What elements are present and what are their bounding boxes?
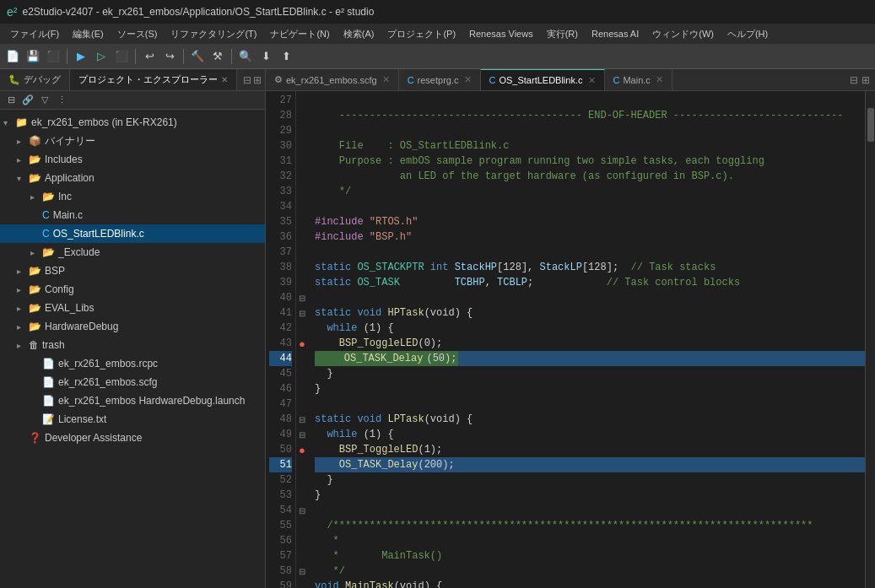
menu-run[interactable]: 実行(R) [540,24,585,44]
code-editor[interactable]: ----------------------------------------… [308,91,865,588]
fold-49[interactable]: ⊟ [296,427,308,442]
code-line-54 [315,503,865,518]
editor-tab-main[interactable]: C Main.c ✕ [605,69,672,90]
project-explorer-label: プロジェクト・エクスプローラー [78,73,218,86]
fold-53 [296,488,308,503]
menu-source[interactable]: ソース(S) [111,24,165,44]
tree-item-license[interactable]: 📝 License.txt [0,410,265,429]
scfg-tab-icon: ⚙ [274,74,283,85]
menu-project[interactable]: プロジェクト(P) [381,24,462,44]
toolbar-sep-1 [67,49,68,64]
code-line-33: */ [315,184,865,199]
menu-navigate[interactable]: ナビゲート(N) [263,24,336,44]
fold-42 [296,321,308,336]
left-toolbar: ⊟ 🔗 ▽ ⋮ [0,91,265,110]
fold-40[interactable]: ⊟ [296,290,308,305]
editor-tab-scfg[interactable]: ⚙ ek_rx261_embos.scfg ✕ [266,69,399,90]
tree-item-root[interactable]: ▾ 📁 ek_rx261_embos (in EK-RX261) [0,113,265,132]
tree-item-hardware-debug[interactable]: ▸ 📂 HardwareDebug [0,317,265,336]
fold-50-bp[interactable]: ● [296,442,308,457]
tree-item-eval-libs[interactable]: ▸ 📂 EVAL_Libs [0,299,265,317]
application-folder-icon: 📂 [29,172,41,184]
chevron-right-icon: ▸ [17,322,29,332]
maximize-editor-icon[interactable]: ⊞ [861,74,870,86]
code-line-46: } [315,381,865,396]
editor-tab-os-start[interactable]: C OS_StartLEDBlink.c ✕ [481,69,605,90]
code-line-49: while (1) { [315,427,865,442]
toolbar-search[interactable]: 🔍 [236,47,255,66]
more-btn[interactable]: ⋮ [54,93,69,108]
project-icon: 📁 [15,116,28,128]
toolbar-build2[interactable]: ⚒ [208,47,227,66]
menu-file[interactable]: ファイル(F) [3,24,66,44]
scfg-tab-close[interactable]: ✕ [382,74,390,85]
tree-item-bsp[interactable]: ▸ 📂 BSP [0,262,265,280]
toolbar-debug[interactable]: ▶ [72,47,90,66]
filter-btn[interactable]: ▽ [37,93,52,108]
code-line-30: File : OS_StartLEDBlink.c [315,138,865,154]
tree-item-binary[interactable]: ▸ 📦 バイナリー [0,132,265,150]
minimize-icon[interactable]: ⊟ [243,74,251,86]
editor-tab-resetprg[interactable]: C resetprg.c ✕ [399,69,481,90]
fold-57 [296,548,308,564]
resetprg-tab-close[interactable]: ✕ [464,74,472,85]
fold-41[interactable]: ⊟ [296,305,308,321]
tree-item-exclude[interactable]: ▸ 📂 _Exclude [0,243,265,262]
os-start-tab-close[interactable]: ✕ [588,75,596,86]
tree-label-root: ek_rx261_embos (in EK-RX261) [31,116,177,128]
txt-file-icon: 📝 [42,413,55,425]
toolbar-new[interactable]: 📄 [3,47,22,66]
fold-30 [296,138,308,154]
minimize-editor-icon[interactable]: ⊟ [850,74,858,86]
toolbar-build[interactable]: 🔨 [188,47,207,66]
tree-item-mainc[interactable]: C Main.c [0,206,265,224]
menu-edit[interactable]: 編集(E) [66,24,111,44]
fold-56 [296,533,308,548]
fold-58[interactable]: ⊟ [296,564,308,579]
main-tab-close[interactable]: ✕ [656,74,663,85]
toolbar-save-all[interactable]: ⬛ [44,47,62,66]
tab-explorer-close[interactable]: ✕ [221,75,228,84]
tree-label-eval-libs: EVAL_Libs [45,302,94,314]
tree-item-trash[interactable]: ▸ 🗑 trash [0,336,265,354]
right-scrollbar[interactable] [865,91,875,588]
ln-59: 59 [269,579,292,588]
toolbar-prev-annotation[interactable]: ⬆ [277,47,295,66]
tree-item-inc[interactable]: ▸ 📂 Inc [0,187,265,206]
project-tree[interactable]: ▾ 📁 ek_rx261_embos (in EK-RX261) ▸ 📦 バイナ… [0,110,265,588]
collapse-all-btn[interactable]: ⊟ [3,93,19,108]
maximize-icon[interactable]: ⊞ [253,74,262,86]
tree-item-launch[interactable]: 📄 ek_rx261_embos HardwareDebug.launch [0,391,265,410]
menu-window[interactable]: ウィンドウ(W) [645,24,721,44]
tab-debug[interactable]: 🐛 デバッグ [0,69,70,90]
ln-38: 38 [269,260,292,275]
menu-help[interactable]: ヘルプ(H) [721,24,775,44]
link-editor-btn[interactable]: 🔗 [20,93,35,108]
menu-search[interactable]: 検索(A) [337,24,381,44]
tree-item-os-start[interactable]: C OS_StartLEDBlink.c [0,224,265,243]
scroll-thumb[interactable] [867,108,874,142]
toolbar-redo[interactable]: ↪ [160,47,179,66]
toolbar-next-annotation[interactable]: ⬇ [257,47,275,66]
fold-54[interactable]: ⊟ [296,503,308,518]
fold-43-bp[interactable]: ● [296,336,308,351]
ln-50: 50 [269,442,292,457]
tree-label-hardware-debug: HardwareDebug [45,321,118,332]
menu-renesas-views[interactable]: Renesas Views [462,24,540,44]
menu-renesas-ai[interactable]: Renesas AI [585,24,645,44]
tree-item-rcpc[interactable]: 📄 ek_rx261_embos.rcpc [0,354,265,373]
ln-53: 53 [269,488,292,503]
tree-item-includes[interactable]: ▸ 📂 Includes [0,150,265,169]
tree-item-application[interactable]: ▾ 📂 Application [0,169,265,187]
toolbar-stop[interactable]: ⬛ [112,47,131,66]
toolbar-save[interactable]: 💾 [24,47,42,66]
tree-item-dev-assist[interactable]: ❓ Developer Assistance [0,429,265,447]
fold-48[interactable]: ⊟ [296,412,308,427]
tree-item-scfg[interactable]: 📄 ek_rx261_embos.scfg [0,373,265,391]
toolbar-run[interactable]: ▷ [92,47,111,66]
tree-item-config[interactable]: ▸ 📂 Config [0,280,265,299]
ln-56: 56 [269,533,292,548]
toolbar-undo[interactable]: ↩ [140,47,159,66]
menu-refactor[interactable]: リファクタリング(T) [164,24,263,44]
tab-project-explorer[interactable]: プロジェクト・エクスプローラー ✕ [70,69,237,90]
